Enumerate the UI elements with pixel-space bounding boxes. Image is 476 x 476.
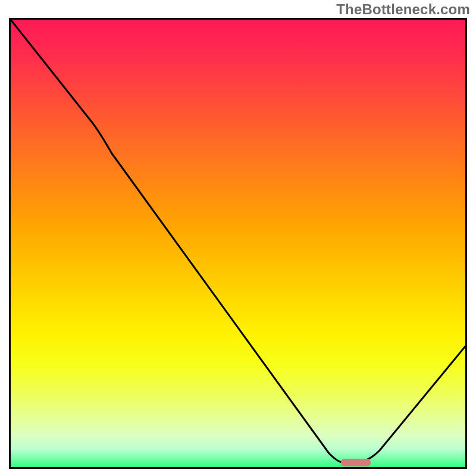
plot-area [9,18,467,469]
chart-container: TheBottleneck.com [0,0,476,476]
bottleneck-curve-path [11,20,465,462]
watermark-text: TheBottleneck.com [336,1,470,18]
optimal-red-bar [341,459,371,466]
curve-svg [11,20,465,467]
